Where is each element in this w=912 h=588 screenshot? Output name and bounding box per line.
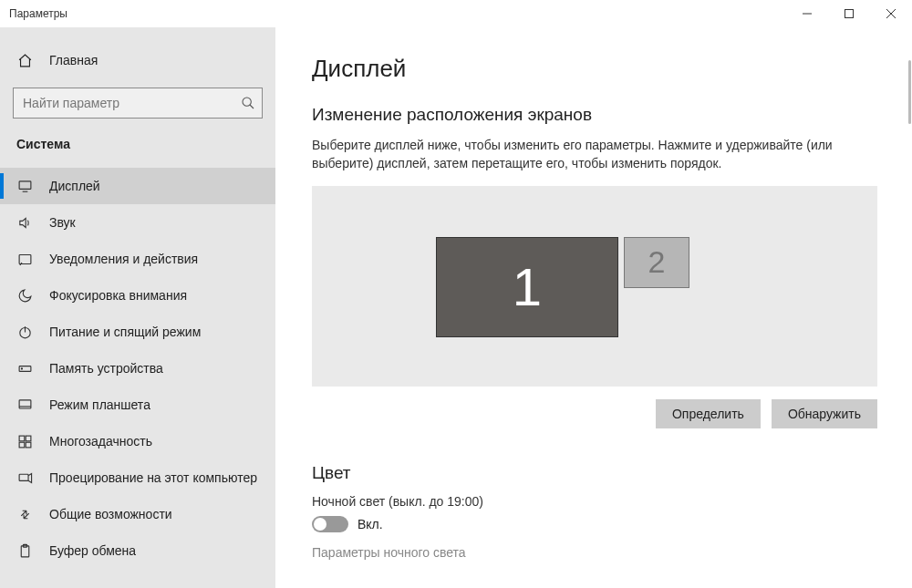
page-title: Дисплей [312,55,885,83]
sidebar: Главная Система Дисплей Звук [0,27,275,588]
svg-rect-16 [26,436,31,441]
sidebar-item-label: Многозадачность [49,434,152,449]
color-heading: Цвет [312,463,885,483]
toggle-state-label: Вкл. [358,517,383,531]
sidebar-item-shared[interactable]: Общие возможности [0,496,275,532]
svg-point-4 [243,98,251,106]
sidebar-item-label: Питание и спящий режим [49,325,201,339]
sidebar-item-power[interactable]: Питание и спящий режим [0,314,275,350]
sidebar-item-multitask[interactable]: Многозадачность [0,423,275,459]
close-button[interactable] [870,0,912,27]
scrollbar-thumb[interactable] [908,60,911,124]
svg-rect-1 [845,10,854,18]
sidebar-item-label: Память устройства [49,361,163,376]
main-content: Дисплей Изменение расположения экранов В… [275,27,912,588]
sidebar-item-storage[interactable]: Память устройства [0,350,275,387]
minimize-button[interactable] [786,0,828,27]
night-light-toggle-row: Вкл. [312,516,885,532]
sidebar-category: Система [0,119,275,162]
monitor-1[interactable]: 1 [436,237,618,337]
sidebar-item-label: Режим планшета [49,397,150,412]
sidebar-item-sound[interactable]: Звук [0,204,275,241]
home-label: Главная [49,53,98,67]
svg-rect-18 [26,442,31,448]
home-icon [16,53,33,68]
sidebar-item-label: Буфер обмена [49,543,136,558]
home-link[interactable]: Главная [0,42,275,78]
sidebar-item-label: Проецирование на этот компьютер [49,470,257,485]
identify-button[interactable]: Определить [656,399,761,428]
night-light-toggle[interactable] [312,516,348,532]
storage-icon [16,361,33,377]
arrange-description: Выберите дисплей ниже, чтобы изменить ег… [312,136,868,173]
sidebar-item-label: Дисплей [49,179,100,193]
display-arrangement-box: 1 2 [312,186,877,387]
sidebar-item-label: Фокусировка внимания [49,288,187,303]
sidebar-item-clipboard[interactable]: Буфер обмена [0,532,275,569]
svg-rect-6 [19,181,31,189]
svg-rect-15 [19,436,25,441]
sidebar-item-label: Уведомления и действия [49,252,198,266]
sidebar-nav: Дисплей Звук Уведомления и действия Фоку… [0,168,275,569]
svg-point-12 [21,367,22,368]
detect-button[interactable]: Обнаружить [772,399,877,428]
window-title: Параметры [9,7,786,20]
svg-rect-17 [19,442,25,448]
sound-icon [16,215,33,231]
sidebar-item-notifications[interactable]: Уведомления и действия [0,241,275,277]
svg-rect-13 [19,399,31,407]
search-wrap [13,88,263,119]
multitask-icon [16,434,33,449]
moon-icon [16,288,33,304]
night-light-settings-link[interactable]: Параметры ночного света [312,545,885,560]
night-light-label: Ночной свет (выкл. до 19:00) [312,494,885,509]
clipboard-icon [16,543,33,559]
monitor-icon [16,179,33,194]
sidebar-item-label: Общие возможности [49,507,172,521]
search-input[interactable] [13,88,263,119]
sidebar-item-tablet[interactable]: Режим планшета [0,387,275,423]
svg-line-5 [250,105,254,108]
sidebar-item-projecting[interactable]: Проецирование на этот компьютер [0,459,275,496]
shared-icon [16,507,33,522]
svg-rect-8 [19,254,31,263]
notifications-icon [16,252,33,267]
tablet-icon [16,397,33,413]
search-icon [241,96,255,110]
sidebar-item-display[interactable]: Дисплей [0,168,275,204]
projecting-icon [16,470,33,486]
sidebar-item-label: Звук [49,215,76,230]
titlebar: Параметры [0,0,912,27]
maximize-button[interactable] [828,0,870,27]
power-icon [16,325,33,340]
arrange-heading: Изменение расположения экранов [312,105,885,125]
window-buttons [786,0,912,26]
arrange-button-row: Определить Обнаружить [312,399,877,428]
monitor-2[interactable]: 2 [624,237,689,288]
sidebar-item-focus[interactable]: Фокусировка внимания [0,277,275,314]
svg-rect-19 [19,474,28,480]
